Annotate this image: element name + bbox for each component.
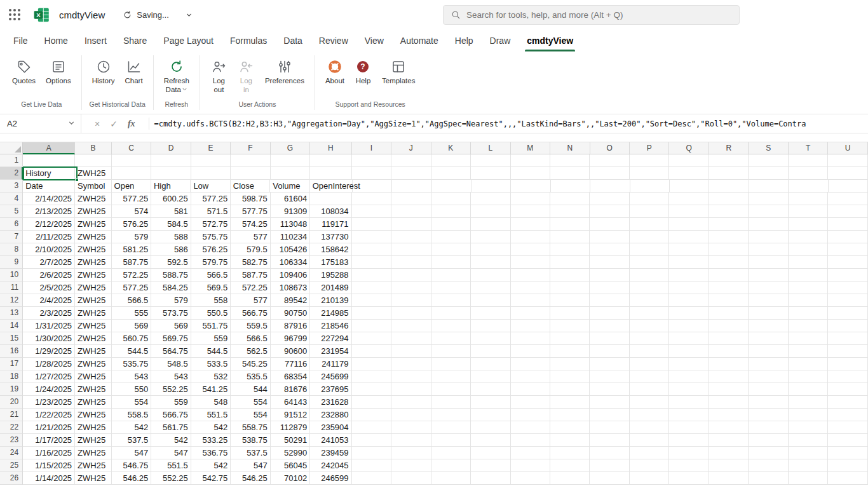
- cell-P14[interactable]: [630, 320, 669, 332]
- tab-page-layout[interactable]: Page Layout: [155, 29, 222, 51]
- cell-R10[interactable]: [709, 269, 749, 281]
- cell-K9[interactable]: [431, 256, 471, 269]
- cell-G20[interactable]: 64143: [271, 396, 310, 409]
- cell-J13[interactable]: [391, 307, 431, 320]
- cell-U18[interactable]: [828, 370, 867, 383]
- cell-R23[interactable]: [709, 434, 749, 447]
- cell-J17[interactable]: [391, 358, 431, 370]
- cell-N17[interactable]: [550, 358, 590, 370]
- cell-L11[interactable]: [471, 281, 510, 294]
- cell-U21[interactable]: [828, 409, 867, 421]
- cell-G4[interactable]: 61604: [271, 193, 310, 205]
- cell-H24[interactable]: 239459: [310, 447, 351, 459]
- cell-O10[interactable]: [590, 269, 629, 281]
- cell-P18[interactable]: [630, 370, 669, 383]
- cell-G2[interactable]: [271, 167, 310, 180]
- cell-R12[interactable]: [709, 294, 749, 307]
- tab-share[interactable]: Share: [115, 29, 155, 51]
- cell-F17[interactable]: 545.25: [231, 358, 270, 370]
- cell-T2[interactable]: [789, 167, 828, 180]
- cell-L23[interactable]: [471, 434, 510, 447]
- cell-I12[interactable]: [352, 294, 391, 307]
- cell-B26[interactable]: ZWH25: [75, 472, 112, 485]
- cell-D7[interactable]: 588: [151, 231, 191, 243]
- cell-L8[interactable]: [471, 243, 510, 256]
- cell-T25[interactable]: [789, 459, 828, 472]
- column-header-G[interactable]: G: [271, 142, 310, 154]
- cell-S24[interactable]: [749, 447, 788, 459]
- cell-A3[interactable]: Date: [23, 180, 75, 193]
- cell-S1[interactable]: [749, 154, 788, 167]
- cell-C16[interactable]: 544.5: [112, 345, 151, 358]
- cell-D4[interactable]: 600.25: [151, 193, 191, 205]
- cell-R5[interactable]: [709, 205, 749, 218]
- cell-K1[interactable]: [431, 154, 471, 167]
- cell-N19[interactable]: [550, 383, 590, 396]
- cell-S22[interactable]: [749, 421, 788, 434]
- cell-C18[interactable]: 543: [112, 370, 151, 383]
- cell-Q24[interactable]: [669, 447, 709, 459]
- cell-Q6[interactable]: [669, 218, 709, 231]
- cell-D6[interactable]: 584.5: [151, 218, 191, 231]
- cell-D21[interactable]: 566.75: [151, 409, 191, 421]
- cell-J22[interactable]: [391, 421, 431, 434]
- cell-T3[interactable]: [789, 180, 828, 193]
- cell-C19[interactable]: 550: [112, 383, 151, 396]
- cell-B23[interactable]: ZWH25: [75, 434, 112, 447]
- cell-P2[interactable]: [630, 167, 669, 180]
- cell-R17[interactable]: [709, 358, 749, 370]
- column-header-I[interactable]: I: [352, 142, 391, 154]
- row-header-23[interactable]: 23: [0, 434, 23, 447]
- cell-D5[interactable]: 581: [151, 205, 191, 218]
- cell-T17[interactable]: [789, 358, 828, 370]
- cell-S12[interactable]: [749, 294, 788, 307]
- cell-A19[interactable]: 1/24/2025: [23, 383, 75, 396]
- cell-H23[interactable]: 241053: [310, 434, 351, 447]
- cell-F11[interactable]: 572.25: [231, 281, 270, 294]
- cell-E4[interactable]: 577.25: [191, 193, 231, 205]
- cell-O23[interactable]: [590, 434, 629, 447]
- cell-H16[interactable]: 231954: [310, 345, 351, 358]
- cell-L15[interactable]: [471, 332, 510, 345]
- cell-L16[interactable]: [471, 345, 510, 358]
- cell-T12[interactable]: [789, 294, 828, 307]
- cell-T1[interactable]: [789, 154, 828, 167]
- cell-E20[interactable]: 548: [191, 396, 231, 409]
- cell-I7[interactable]: [352, 231, 391, 243]
- column-header-F[interactable]: F: [231, 142, 270, 154]
- cell-Q12[interactable]: [669, 294, 709, 307]
- cell-D3[interactable]: High: [151, 180, 191, 193]
- cell-U6[interactable]: [828, 218, 867, 231]
- row-header-12[interactable]: 12: [0, 294, 23, 307]
- column-header-J[interactable]: J: [391, 142, 431, 154]
- cell-S18[interactable]: [749, 370, 788, 383]
- cell-E7[interactable]: 575.75: [191, 231, 231, 243]
- cell-U11[interactable]: [828, 281, 867, 294]
- cell-S20[interactable]: [749, 396, 788, 409]
- tab-insert[interactable]: Insert: [76, 29, 115, 51]
- cell-U23[interactable]: [828, 434, 867, 447]
- cell-H2[interactable]: [310, 167, 351, 180]
- cell-E19[interactable]: 541.25: [191, 383, 231, 396]
- cell-J20[interactable]: [391, 396, 431, 409]
- row-header-11[interactable]: 11: [0, 281, 23, 294]
- cell-I15[interactable]: [352, 332, 391, 345]
- column-header-P[interactable]: P: [630, 142, 669, 154]
- cell-M5[interactable]: [511, 205, 550, 218]
- enter-icon[interactable]: ✓: [110, 119, 118, 129]
- cell-J19[interactable]: [391, 383, 431, 396]
- cell-D12[interactable]: 579: [151, 294, 191, 307]
- cell-N22[interactable]: [550, 421, 590, 434]
- cell-P24[interactable]: [630, 447, 669, 459]
- cell-A18[interactable]: 1/27/2025: [23, 370, 75, 383]
- cell-Q1[interactable]: [669, 154, 709, 167]
- cell-A16[interactable]: 1/29/2025: [23, 345, 75, 358]
- cell-H22[interactable]: 235904: [310, 421, 351, 434]
- cell-N8[interactable]: [550, 243, 590, 256]
- tab-home[interactable]: Home: [36, 29, 76, 51]
- cell-U14[interactable]: [828, 320, 867, 332]
- cell-O2[interactable]: [590, 167, 629, 180]
- cell-B6[interactable]: ZWH25: [75, 218, 112, 231]
- cell-C1[interactable]: [112, 154, 151, 167]
- cell-L18[interactable]: [471, 370, 510, 383]
